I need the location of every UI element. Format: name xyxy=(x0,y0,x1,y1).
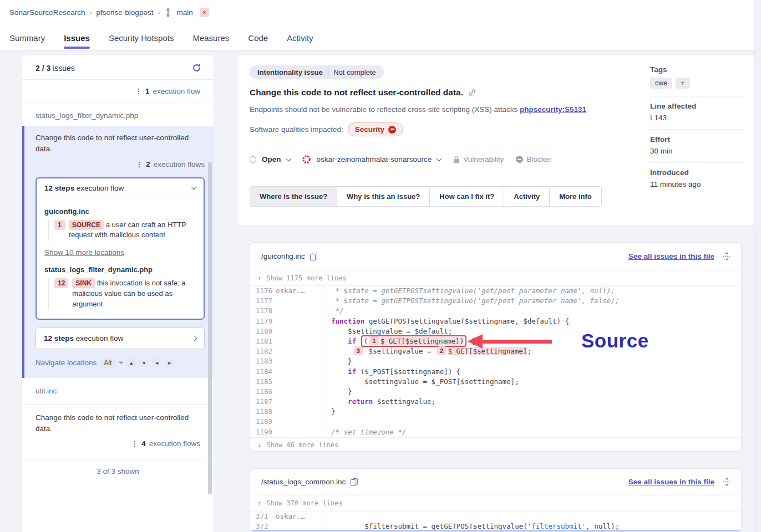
sidebar-scrollbar[interactable] xyxy=(208,162,212,494)
code-line: 1190 /* set timezone */ xyxy=(250,427,741,437)
line-number[interactable]: 1190 xyxy=(250,427,276,437)
source-annotation-arrow xyxy=(468,334,552,349)
line-number[interactable]: 1178 xyxy=(250,306,276,316)
issue-type-badge: Intentionality issue | Not complete xyxy=(250,65,384,79)
blame-author: oskar.… xyxy=(276,511,305,521)
code-line: 1189 xyxy=(250,417,741,427)
rule-link[interactable]: phpsecurity:S5131 xyxy=(520,105,586,114)
show-more-locations-link[interactable]: Show 10 more locations xyxy=(44,248,124,257)
pan-icon[interactable] xyxy=(723,252,731,261)
tab-security-hotspots[interactable]: Security Hotspots xyxy=(109,25,174,50)
file-path: /status_logs_common.inc xyxy=(261,478,346,486)
line-number[interactable]: 1177 xyxy=(250,296,276,306)
copy-icon[interactable] xyxy=(310,253,317,260)
tab-summary[interactable]: Summary xyxy=(9,25,45,50)
navigate-left-button[interactable]: ◂ xyxy=(152,359,161,367)
line-number[interactable]: 1184 xyxy=(250,367,276,377)
tab-code[interactable]: Code xyxy=(248,25,268,50)
pan-icon[interactable] xyxy=(723,477,731,487)
issue-header-panel: Intentionality issue | Not complete Chan… xyxy=(237,55,754,226)
highlighted-line-edge xyxy=(250,530,741,531)
chevron-down-icon[interactable] xyxy=(286,156,291,161)
expand-up-icon: ↑ xyxy=(257,274,261,282)
branch-icon xyxy=(165,8,171,17)
line-number[interactable]: 1180 xyxy=(250,326,276,336)
line-number[interactable]: 1189 xyxy=(250,417,276,427)
breadcrumb-project[interactable]: pfsense-blogpost xyxy=(97,8,154,17)
assignee-dropdown[interactable]: oskar-zeinomahmalat-sonarsource xyxy=(317,155,432,163)
flow-file-name: guiconfig.inc xyxy=(44,207,196,216)
breadcrumb-branch[interactable]: main xyxy=(176,8,192,17)
issue-type-indicator: Vulnerability xyxy=(453,155,504,163)
refresh-icon[interactable] xyxy=(192,63,201,73)
navigate-locations: Navigate locations Alt + ▴ ▾ ◂ ▸ xyxy=(35,358,205,368)
issue-description: Endpoints should not be vulnerable to re… xyxy=(250,105,518,114)
issue-detail-tabs: Where is the issue? Why is this an issue… xyxy=(250,186,602,207)
add-tag-button[interactable]: + xyxy=(676,78,689,89)
flow-step-sink[interactable]: 12 SINK this invocation is not safe; a m… xyxy=(48,278,196,310)
flow-step-badge[interactable]: 2 xyxy=(437,346,446,355)
tab-issues[interactable]: Issues xyxy=(64,25,90,50)
flow-icon: ⋮ xyxy=(131,439,138,448)
navigate-down-button[interactable]: ▾ xyxy=(139,359,149,367)
flow-icon: ⋮ xyxy=(135,87,142,95)
navigate-up-button[interactable]: ▴ xyxy=(126,359,136,367)
line-number[interactable]: 1187 xyxy=(250,397,276,407)
tab-how-can-i-fix-it[interactable]: How can I fix it? xyxy=(429,187,504,206)
file-group-label: util.inc xyxy=(22,378,214,405)
tag-cwe[interactable]: cwe xyxy=(650,78,672,89)
line-number[interactable]: 1183 xyxy=(250,356,276,366)
security-quality-badge: Security xyxy=(348,122,403,136)
lock-icon xyxy=(453,156,460,163)
code-line: 371oskar.… xyxy=(250,511,741,521)
selected-issue[interactable]: Change this code to not reflect user-con… xyxy=(22,126,214,378)
line-number[interactable]: 1188 xyxy=(250,407,276,417)
code-line: 1187 return $settingvalue; xyxy=(250,397,741,407)
line-number[interactable]: 1186 xyxy=(250,387,276,397)
show-more-lines-top[interactable]: ↑ Show 1175 more lines xyxy=(250,270,741,286)
step-number-badge: 1 xyxy=(54,220,65,230)
line-number[interactable]: 371 xyxy=(250,511,276,521)
expand-up-icon: ↑ xyxy=(257,499,261,507)
tab-activity[interactable]: Activity xyxy=(504,187,549,206)
issue-title: Change this code to not reflect user-con… xyxy=(250,88,463,98)
execution-flow-summary: ⋮ 1 execution flow xyxy=(22,80,214,103)
flow-step-source[interactable]: 1 SOURCE a user can craft an HTTP reques… xyxy=(48,220,196,241)
tab-where-is-the-issue[interactable]: Where is the issue? xyxy=(250,187,337,206)
alt-key-hint: Alt xyxy=(100,358,115,368)
line-number[interactable]: 1179 xyxy=(250,316,276,326)
line-affected-label: Line affected xyxy=(650,102,744,110)
see-all-issues-link[interactable]: See all issues in this file xyxy=(628,478,714,486)
issue-item[interactable]: Change this code to not reflect user-con… xyxy=(22,405,214,460)
issue-message[interactable]: Change this code to not reflect user-con… xyxy=(35,412,200,435)
tab-measures[interactable]: Measures xyxy=(192,25,229,50)
see-all-issues-link[interactable]: See all issues in this file xyxy=(628,252,714,260)
effort-value: 30 min xyxy=(650,147,744,155)
introduced-label: Introduced xyxy=(650,168,744,177)
flow-header[interactable]: 12 steps execution flow xyxy=(37,178,204,198)
show-more-lines-top[interactable]: ↑ Show 370 more lines xyxy=(250,495,741,511)
page-scrollbar[interactable] xyxy=(754,0,761,532)
issue-message[interactable]: Change this code to not reflect user-con… xyxy=(35,132,205,155)
chevron-down-icon[interactable] xyxy=(437,156,442,161)
show-more-lines-bottom[interactable]: ↓ Show 46 more lines xyxy=(250,437,741,452)
close-icon[interactable]: × xyxy=(200,8,209,17)
flow-step-badge[interactable]: 1 xyxy=(369,336,378,345)
source-annotation-box: (1$_GET[$settingname]) xyxy=(361,335,466,347)
tab-activity[interactable]: Activity xyxy=(287,25,313,50)
tab-more-info[interactable]: More info xyxy=(549,187,601,206)
permalink-icon[interactable] xyxy=(468,88,476,97)
blocker-severity-icon xyxy=(388,126,396,134)
line-number[interactable]: 1181 xyxy=(250,336,276,346)
execution-flow-collapsed[interactable]: 12 steps execution flow xyxy=(35,328,205,349)
status-dropdown[interactable]: Open xyxy=(262,155,281,163)
flow-step-badge[interactable]: 3 xyxy=(354,346,363,355)
navigate-right-button[interactable]: ▸ xyxy=(165,359,174,367)
tab-why-is-this-an-issue[interactable]: Why is this an issue? xyxy=(337,187,429,206)
line-number[interactable]: 1182 xyxy=(250,346,276,356)
issues-sidebar: 2 / 3 issues ⋮ 1 execution flow status_l… xyxy=(22,55,214,532)
line-number[interactable]: 1185 xyxy=(250,377,276,387)
line-number[interactable]: 1176 xyxy=(250,286,276,296)
copy-icon[interactable] xyxy=(351,478,357,486)
breadcrumb-org[interactable]: SonarSourceResearch xyxy=(9,8,85,17)
